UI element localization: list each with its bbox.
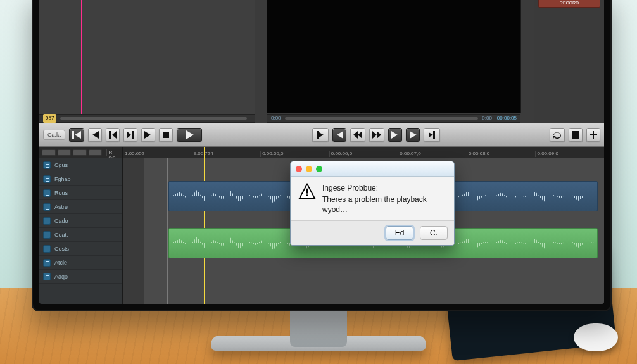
go-start-button[interactable]	[69, 128, 84, 142]
clip-icon	[43, 161, 51, 169]
frame-fwd-button[interactable]	[123, 128, 137, 142]
dialog-secondary-button[interactable]: C.	[420, 226, 448, 240]
bin-item-label: Fghao	[54, 176, 71, 182]
dialog-body-text: Theres a problem the playback wyod…	[322, 195, 427, 214]
svg-marker-9	[186, 130, 194, 139]
svg-marker-11	[319, 132, 324, 137]
clip-icon	[43, 231, 51, 239]
window-zoom-icon[interactable]	[316, 166, 322, 172]
svg-marker-4	[112, 131, 117, 139]
ruler-mark: 9:06:724	[192, 151, 261, 157]
bin-item-label: Coat:	[54, 232, 68, 238]
ruler-tool-3[interactable]	[73, 149, 87, 156]
bin-item-label: Atcle	[54, 260, 67, 266]
svg-rect-3	[109, 131, 111, 139]
next-edit-button[interactable]	[388, 128, 402, 142]
bin-item-label: Cgus	[54, 162, 68, 168]
ruler-mark: 0:00:08,0	[467, 151, 536, 157]
bin-item[interactable]: Costs	[39, 242, 122, 256]
svg-marker-18	[410, 131, 417, 139]
transport-label: Ca:kt	[43, 130, 65, 140]
ruler-tool-2[interactable]	[58, 149, 72, 156]
snap-button[interactable]	[569, 128, 583, 142]
ruler-mark: 0:00:07,0	[398, 151, 467, 157]
ruler-mark: 0:00:06,0	[329, 151, 398, 157]
svg-marker-17	[391, 131, 398, 139]
window-minimize-icon[interactable]	[306, 166, 312, 172]
mark-in-button[interactable]	[312, 128, 329, 142]
program-footer: 0:00 0:00 00:00:05	[267, 114, 520, 123]
bin-item-label: Costs	[54, 246, 69, 252]
svg-marker-16	[377, 131, 381, 139]
prev-edit-button[interactable]	[332, 128, 346, 142]
bin-item[interactable]: Aaqo	[39, 270, 122, 284]
program-tc-right: 0:00	[482, 114, 492, 123]
monitor-stand-neck	[290, 309, 347, 347]
bin-item[interactable]: Coat:	[39, 228, 122, 242]
bin-item-label: Cado	[54, 218, 68, 224]
window-close-icon[interactable]	[296, 166, 302, 172]
track-divider	[167, 158, 168, 304]
svg-rect-21	[572, 132, 579, 138]
dialog-text: Ingese Probbue: Theres a problem the pla…	[322, 183, 446, 215]
bin-item[interactable]: Astre	[39, 200, 122, 214]
time-ruler[interactable]: R 0:0 1:00:652 9:06:724 0:00:05,0 0:00:0…	[123, 147, 604, 158]
monitor-bezel: RECORD 957 0:00 0:00 00:00:05 Ca:kt	[32, 0, 612, 311]
svg-rect-26	[306, 194, 308, 196]
bin-item[interactable]: Cado	[39, 214, 122, 228]
loop-button[interactable]	[550, 128, 565, 142]
bin-item[interactable]: Rous	[39, 186, 122, 200]
svg-marker-12	[337, 131, 343, 139]
ruler-mark: 0:00:05,0	[260, 151, 329, 157]
svg-rect-1	[72, 131, 74, 139]
track-header-gutter	[123, 158, 144, 304]
mark-out-button[interactable]	[424, 128, 440, 142]
step-back-button[interactable]	[88, 128, 102, 142]
svg-rect-8	[163, 132, 169, 138]
svg-marker-13	[353, 131, 358, 139]
svg-marker-19	[429, 132, 433, 137]
clip-icon	[43, 189, 51, 197]
frame-back-button[interactable]	[106, 128, 120, 142]
dialog-footer: Ed C.	[291, 220, 454, 245]
timeline-playhead[interactable]	[204, 147, 205, 304]
ruler-mark: 1:00:652	[123, 151, 192, 157]
svg-marker-0	[75, 131, 81, 139]
bin-item-label: Rous	[54, 190, 68, 196]
bin-item[interactable]: Atcle	[39, 256, 122, 270]
fastfwd-button[interactable]	[369, 128, 384, 142]
bin-item[interactable]: Cgus	[39, 158, 122, 172]
record-button[interactable]: RECORD	[538, 0, 600, 8]
clip-icon	[43, 175, 51, 183]
bin-item-label: Aaqo	[54, 273, 68, 280]
play-button[interactable]	[177, 128, 202, 142]
error-dialog: Ingese Probbue: Theres a problem the pla…	[290, 161, 455, 246]
step-fwd-button[interactable]	[141, 128, 155, 142]
desk-mouse	[574, 323, 618, 351]
svg-rect-6	[132, 131, 134, 139]
add-marker-button[interactable]	[586, 128, 600, 142]
bin-panel: Cgus Fghao Rous Astre Cado Coat: Costs A…	[39, 158, 123, 304]
clip-icon	[43, 273, 51, 280]
bin-item[interactable]: Fghao	[39, 172, 122, 186]
ruler-strip-label: R 0:0	[106, 149, 120, 156]
source-footer: 957	[39, 114, 255, 123]
source-scrub-bar[interactable]	[60, 117, 247, 120]
program-viewer[interactable]	[267, 0, 520, 113]
program-scrub-bar[interactable]	[285, 117, 479, 120]
dialog-primary-button[interactable]: Ed	[386, 226, 413, 240]
ruler-tool-1[interactable]	[42, 149, 56, 156]
ruler-mark: 0:00:09,0	[535, 151, 604, 157]
stop-button[interactable]	[159, 128, 173, 142]
dialog-title-text: Ingese Probbue:	[322, 183, 446, 193]
source-playhead[interactable]	[81, 0, 82, 123]
ruler-tool-4[interactable]	[89, 149, 103, 156]
dialog-titlebar[interactable]	[291, 161, 454, 177]
svg-marker-7	[144, 131, 151, 139]
rewind-button[interactable]	[350, 128, 365, 142]
svg-marker-14	[358, 131, 362, 139]
svg-marker-5	[127, 131, 131, 139]
play-timeline-button[interactable]	[406, 128, 420, 142]
clip-icon	[43, 245, 51, 253]
right-tool-panel: RECORD	[534, 0, 604, 123]
